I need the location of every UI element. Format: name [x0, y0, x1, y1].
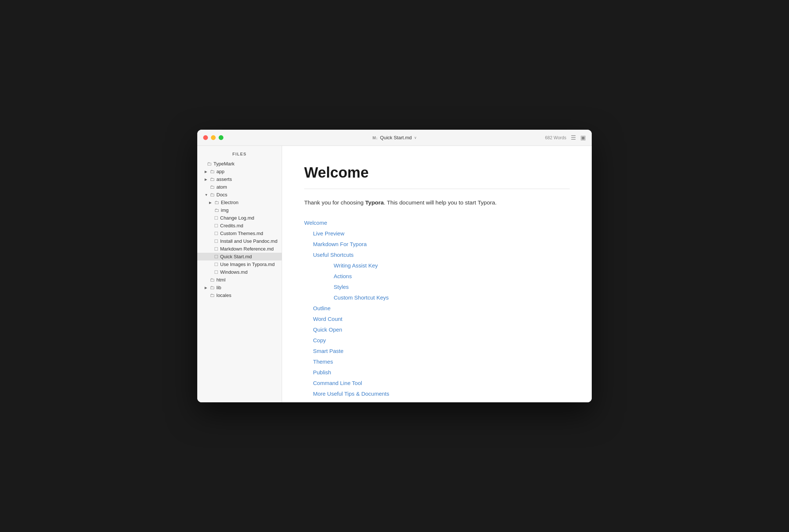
folder-icon: 🗀 [207, 161, 212, 167]
tree-item-lib[interactable]: ▶🗀lib [197, 284, 282, 291]
toc-item-word-count[interactable]: Word Count [313, 314, 570, 324]
file-icon: ☐ [214, 262, 218, 267]
word-count-display: 682 Words [545, 135, 566, 140]
tree-item-app[interactable]: ▶🗀app [197, 168, 282, 175]
table-of-contents: WelcomeLive PreviewMarkdown For TyporaUs… [304, 218, 570, 402]
toc-item-command-line-tool[interactable]: Command Line Tool [313, 378, 570, 388]
toc-item-quick-open[interactable]: Quick Open [313, 325, 570, 335]
folder-icon: 🗀 [210, 192, 215, 197]
tree-item-typemark[interactable]: 🗀TypeMark [197, 160, 282, 168]
intro-paragraph: Thank you for choosing Typora. This docu… [304, 198, 570, 207]
toc-item-welcome[interactable]: Welcome [304, 218, 570, 228]
file-icon: ☐ [214, 231, 218, 236]
tree-item-label: atom [216, 184, 227, 190]
tree-item-label: Custom Themes.md [220, 231, 263, 236]
tree-item-label: img [221, 207, 229, 213]
tree-item-markdownref[interactable]: ☐Markdown Reference.md [197, 245, 282, 253]
tree-item-docs[interactable]: ▼🗀Docs [197, 191, 282, 199]
titlebar: M↓ Quick Start.md ∨ 682 Words ☰ ▣ [197, 130, 592, 146]
tree-item-label: TypeMark [213, 161, 234, 167]
folder-icon: 🗀 [214, 200, 219, 205]
tree-item-label: Electron [221, 200, 239, 205]
tree-item-electron[interactable]: ▶🗀Electron [197, 199, 282, 206]
toc-item-live-preview[interactable]: Live Preview [313, 228, 570, 238]
tree-arrow-icon: ▼ [205, 193, 210, 197]
tree-item-useimages[interactable]: ☐Use Images in Typora.md [197, 260, 282, 268]
intro-text: Thank you for choosing [304, 199, 365, 206]
tree-arrow-icon: ▶ [205, 170, 210, 174]
file-icon: ☐ [214, 270, 218, 275]
folder-icon: 🗀 [214, 207, 219, 213]
list-view-icon[interactable]: ☰ [571, 134, 576, 141]
tree-item-label: Credits.md [220, 223, 243, 228]
title-divider [304, 189, 570, 189]
tree-item-label: Quick Start.md [220, 254, 252, 259]
tree-item-quickstart[interactable]: ☐Quick Start.md [197, 253, 282, 260]
toc-item-styles[interactable]: Styles [334, 282, 570, 292]
folder-icon: 🗀 [210, 169, 215, 174]
intro-rest: . This document will help you to start T… [384, 199, 497, 206]
tree-item-html[interactable]: 🗀html [197, 276, 282, 284]
tree-item-label: Windows.md [220, 269, 247, 275]
toc-item-outline[interactable]: Outline [313, 303, 570, 313]
tree-item-atom[interactable]: 🗀atom [197, 183, 282, 191]
tree-item-label: locales [216, 293, 231, 298]
toc-item-actions[interactable]: Actions [334, 271, 570, 281]
tree-item-label: html [216, 277, 226, 283]
titlebar-center: M↓ Quick Start.md ∨ [372, 135, 417, 140]
tree-item-locales[interactable]: 🗀locales [197, 291, 282, 299]
main-layout: FILES 🗀TypeMark▶🗀app▶🗀asserts🗀atom▼🗀Docs… [197, 146, 592, 402]
sidebar-toggle-icon[interactable]: ▣ [580, 134, 586, 141]
folder-icon: 🗀 [210, 293, 215, 298]
traffic-lights [203, 135, 223, 140]
tree-item-changelog[interactable]: ☐Change Log.md [197, 214, 282, 222]
title-chevron-icon: ∨ [414, 136, 417, 140]
toc-item-publish[interactable]: Publish [313, 367, 570, 377]
file-icon: ☐ [214, 246, 218, 252]
file-sidebar: FILES 🗀TypeMark▶🗀app▶🗀asserts🗀atom▼🗀Docs… [197, 146, 282, 402]
titlebar-right: 682 Words ☰ ▣ [545, 134, 586, 141]
file-icon: ☐ [214, 239, 218, 244]
tree-item-installusepandoc[interactable]: ☐Install and Use Pandoc.md [197, 237, 282, 245]
minimize-button[interactable] [211, 135, 216, 140]
tree-item-label: asserts [216, 176, 232, 182]
brand-name: Typora [365, 199, 384, 206]
tree-item-img[interactable]: 🗀img [197, 206, 282, 214]
tree-arrow-icon: ▶ [209, 201, 214, 204]
sidebar-header: FILES [197, 146, 282, 160]
tree-item-label: app [216, 169, 225, 174]
tree-arrow-icon: ▶ [205, 286, 210, 290]
tree-item-asserts[interactable]: ▶🗀asserts [197, 175, 282, 183]
toc-item-custom-shortcut-keys[interactable]: Custom Shortcut Keys [334, 293, 570, 302]
tree-item-windows[interactable]: ☐Windows.md [197, 268, 282, 276]
toc-item-and-more[interactable]: And More ? [313, 399, 570, 402]
md-icon: M↓ [372, 136, 378, 140]
folder-icon: 🗀 [210, 285, 215, 290]
folder-icon: 🗀 [210, 277, 215, 283]
tree-item-customthemes[interactable]: ☐Custom Themes.md [197, 230, 282, 237]
close-button[interactable] [203, 135, 208, 140]
tree-item-credits[interactable]: ☐Credits.md [197, 222, 282, 230]
tree-item-label: lib [216, 285, 221, 290]
toc-item-markdown-for-typora[interactable]: Markdown For Typora [313, 239, 570, 249]
file-icon: ☐ [214, 223, 218, 228]
maximize-button[interactable] [219, 135, 223, 140]
tree-item-label: Docs [216, 192, 227, 197]
window-title: Quick Start.md [380, 135, 412, 140]
tree-item-label: Install and Use Pandoc.md [220, 238, 277, 244]
folder-icon: 🗀 [210, 184, 215, 190]
toc-item-smart-paste[interactable]: Smart Paste [313, 346, 570, 356]
folder-icon: 🗀 [210, 176, 215, 182]
toc-item-themes[interactable]: Themes [313, 357, 570, 367]
document-title: Welcome [304, 164, 570, 181]
tree-item-label: Change Log.md [220, 215, 254, 221]
toc-item-copy[interactable]: Copy [313, 335, 570, 345]
file-icon: ☐ [214, 254, 218, 259]
toc-item-writing-assist-key[interactable]: Writing Assist Key [334, 260, 570, 270]
toc-item-useful-shortcuts[interactable]: Useful Shortcuts [313, 250, 570, 260]
app-window: M↓ Quick Start.md ∨ 682 Words ☰ ▣ FILES … [197, 130, 592, 402]
file-tree: 🗀TypeMark▶🗀app▶🗀asserts🗀atom▼🗀Docs▶🗀Elec… [197, 160, 282, 305]
document-content: Welcome Thank you for choosing Typora. T… [282, 146, 592, 402]
toc-item-more-useful-tips[interactable]: More Useful Tips & Documents [313, 389, 570, 399]
tree-item-label: Markdown Reference.md [220, 246, 274, 252]
